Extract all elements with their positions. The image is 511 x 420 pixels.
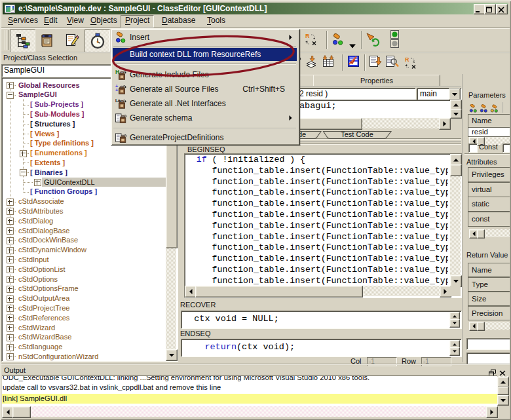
- tree-expand-button[interactable]: [7, 199, 14, 206]
- output-hscroll-thumb[interactable]: [12, 406, 31, 418]
- code-hscroll-thumb[interactable]: [195, 286, 363, 297]
- attributes-row-virtual[interactable]: virtual: [468, 182, 511, 197]
- tree-item-cstdwizardbase[interactable]: cStdWizardBase: [18, 332, 71, 341]
- endseq-spin-down[interactable]: [449, 347, 460, 356]
- toolbar-button-refs-x[interactable]: R: [305, 32, 318, 49]
- code-vscroll-thumb[interactable]: [450, 164, 462, 176]
- menu-item-build-context-dll-from-resourcerefs[interactable]: Build context DLL from ResourceRefs: [113, 48, 297, 61]
- output-scroll-down[interactable]: [497, 395, 509, 406]
- menu-item-generate-all-net-interfaces[interactable]: I-aGenerate all .Net Interfaces: [113, 96, 297, 111]
- parameters-grid-header[interactable]: Name: [468, 114, 511, 128]
- toolbar-button-refs-x[interactable]: R: [404, 56, 417, 73]
- toolbar-button-doc-export[interactable]: [369, 54, 383, 71]
- close-button[interactable]: [496, 4, 508, 14]
- maximize-button[interactable]: [484, 4, 496, 14]
- tree-item-cstdoptionsframe[interactable]: cStdOptionsFrame: [18, 284, 79, 293]
- menubar-item-services[interactable]: Services: [3, 15, 43, 26]
- recover-field[interactable]: ctx void = NULL;: [181, 311, 462, 329]
- menubar-item-project[interactable]: Project: [121, 15, 154, 28]
- return-value-row-type[interactable]: Type: [468, 277, 511, 292]
- tree-item-cstddockwinbase[interactable]: cStdDockWinBase: [18, 235, 78, 244]
- menu-item-generateprojectdefinitions[interactable]: GenerateProjectDefinitions: [113, 131, 297, 144]
- tree-expand-button[interactable]: [7, 208, 14, 215]
- attributes-row-const[interactable]: const: [468, 212, 511, 227]
- toolbar-button-blue-check[interactable]: [347, 55, 360, 70]
- menubar-item-objects[interactable]: Objects: [86, 15, 122, 26]
- tree-expand-button[interactable]: [7, 218, 14, 225]
- tree-item-nstdconfigurationwizard[interactable]: nStdConfigurationWizard: [18, 352, 98, 361]
- parameters-grid-value[interactable]: resid: [468, 127, 511, 137]
- tree-collapse-button[interactable]: [7, 92, 14, 99]
- tree-expand-button[interactable]: [7, 305, 14, 312]
- toolbar-button-project-tree[interactable]: [10, 29, 35, 52]
- return-value-row-name[interactable]: Name: [468, 263, 511, 277]
- scope-combo[interactable]: main: [417, 88, 462, 101]
- tree-expand-button[interactable]: [7, 353, 14, 360]
- tree-item-global-resources[interactable]: Global Resources: [18, 81, 80, 90]
- return-value-row-size[interactable]: Size: [468, 292, 511, 306]
- menubar-item-tools[interactable]: Tools: [202, 15, 230, 26]
- tree-item-guicontextdll[interactable]: GUIContextDLL: [44, 178, 95, 187]
- tree-expand-button[interactable]: [7, 82, 14, 89]
- tree-expand-button[interactable]: [34, 179, 41, 186]
- tree-expand-button[interactable]: [7, 315, 14, 322]
- tree-item-cstdlanguage[interactable]: cStdlanguage: [18, 342, 62, 351]
- toolbar-button-dropdown-arrow[interactable]: [349, 39, 356, 51]
- tree-item-samplegui[interactable]: SampleGUI: [18, 90, 57, 99]
- tree-item-cstdwizard[interactable]: cStdWizard: [18, 323, 55, 332]
- attributes-row-privileges[interactable]: Privileges: [468, 167, 511, 182]
- toolbar-button-doc-find[interactable]: [385, 54, 399, 71]
- toolbar-button-traffic-light[interactable]: [390, 30, 399, 50]
- code-editor[interactable]: if ( !initialized ) { function_table.ins…: [184, 153, 463, 298]
- toolbar-button-class-book[interactable]: [35, 29, 59, 51]
- return-value-field-1[interactable]: [466, 338, 511, 350]
- tree-item-sub-modules[interactable]: [ Sub-Modules ]: [30, 109, 85, 119]
- output-hscrollbar[interactable]: [2, 406, 497, 417]
- menubar-item-edit[interactable]: Edit: [39, 15, 62, 26]
- tree-item-cstddialog[interactable]: cStdDialog: [18, 216, 53, 225]
- return-value-field-2[interactable]: [466, 353, 511, 364]
- tree-item-cstdassociate[interactable]: cStdAssociate: [18, 197, 64, 206]
- menu-item-generate-schema[interactable]: Generate schema: [113, 111, 297, 125]
- output-float-button[interactable]: [489, 367, 496, 373]
- tree-expand-button[interactable]: [7, 334, 14, 341]
- menu-item-generate-include-files[interactable]: HGenerate Include Files: [113, 67, 297, 82]
- return-value-row-precision[interactable]: Precision: [468, 306, 511, 320]
- tree-expand-button[interactable]: [7, 227, 14, 235]
- tree-item-cstdattributes[interactable]: cStdAttributes: [18, 206, 63, 216]
- tree-expand-button[interactable]: [7, 344, 14, 351]
- attributes-row-static[interactable]: static: [468, 197, 511, 212]
- tree-expand-button[interactable]: [7, 237, 14, 244]
- tree-item-type-definitions[interactable]: [ Type definitions ]: [30, 138, 94, 147]
- tree-item-cstdoutputarea[interactable]: cStdOutputArea: [18, 294, 69, 303]
- output-scroll-right[interactable]: [486, 406, 498, 418]
- tree-expand-button[interactable]: [7, 276, 14, 283]
- tree-item-cstdoptionlist[interactable]: cStdOptionList: [18, 265, 66, 274]
- output-close-button[interactable]: [499, 367, 506, 373]
- tree-item-structures[interactable]: [ Structures ]: [30, 119, 75, 128]
- checkbox-2[interactable]: [502, 143, 511, 153]
- tree-expand-button[interactable]: [7, 266, 14, 273]
- output-scroll-up[interactable]: [497, 377, 509, 387]
- tree-item-cstdoptions[interactable]: cStdOptions: [18, 275, 58, 284]
- tree-expand-button[interactable]: [7, 324, 14, 332]
- endseq-field[interactable]: return(ctx void);: [181, 339, 462, 357]
- tree-scroll-down[interactable]: [166, 349, 178, 361]
- tree-item-sub-projects[interactable]: [ Sub-Projects ]: [30, 100, 83, 109]
- declaration-scroll-down[interactable]: [450, 109, 462, 119]
- menu-item-generate-all-source-files[interactable]: ++Generate all Source FilesCtrl+Shift+S: [113, 82, 297, 96]
- return-value-hscrollbar-thumb[interactable]: [477, 322, 485, 331]
- tree-item-views[interactable]: [ Views ]: [30, 129, 59, 138]
- tree-expand-button[interactable]: [7, 247, 14, 254]
- toolbar-grip[interactable]: [7, 30, 9, 50]
- tree-expand-button[interactable]: [7, 296, 14, 303]
- title-bar[interactable]: e:\Sample\Sample.dev : SampleGUI - Class…: [3, 3, 508, 14]
- tree-item-cstdreferences[interactable]: cStdReferences: [18, 313, 69, 322]
- scope-combo-dropdown-button[interactable]: [449, 88, 461, 100]
- toolbar-button-stopwatch[interactable]: [85, 29, 110, 52]
- output-vscroll-thumb[interactable]: [497, 387, 509, 395]
- tree-item-cstddialogbase[interactable]: cStdDialogBase: [18, 226, 69, 235]
- tree-item-cstdprojecttree[interactable]: cStdProjectTree: [18, 303, 69, 313]
- tree-expand-button[interactable]: [7, 286, 14, 293]
- toolbar-button-stack-import[interactable]: [305, 55, 318, 71]
